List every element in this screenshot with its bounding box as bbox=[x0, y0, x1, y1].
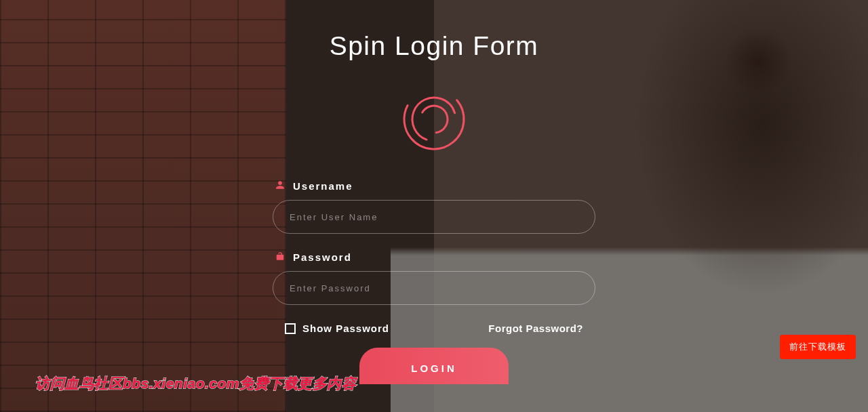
watermark-text: 访问血鸟社区bbs.xieniao.com免费下载更多内容 bbox=[35, 374, 356, 393]
show-password-label: Show Password bbox=[302, 323, 389, 334]
password-input[interactable] bbox=[273, 271, 595, 305]
login-page: Spin Login Form Username Password Show bbox=[0, 0, 868, 412]
page-title: Spin Login Form bbox=[330, 31, 539, 61]
login-form: Username Password Show Password Forgot P… bbox=[273, 180, 595, 384]
svg-point-1 bbox=[406, 91, 462, 147]
login-button[interactable]: LOGIN bbox=[359, 348, 509, 384]
download-template-button[interactable]: 前往下载模板 bbox=[780, 335, 856, 359]
svg-point-2 bbox=[416, 101, 453, 138]
password-label-row: Password bbox=[273, 251, 595, 263]
unlock-icon bbox=[275, 251, 285, 263]
forgot-password-link[interactable]: Forgot Password? bbox=[488, 323, 583, 334]
checkbox-icon[interactable] bbox=[285, 323, 296, 334]
password-label: Password bbox=[293, 251, 352, 263]
username-label-row: Username bbox=[273, 180, 595, 192]
user-icon bbox=[275, 180, 285, 192]
spinner-icon bbox=[400, 85, 468, 153]
options-row: Show Password Forgot Password? bbox=[273, 323, 595, 334]
svg-point-0 bbox=[400, 85, 468, 153]
username-input[interactable] bbox=[273, 200, 595, 234]
username-label: Username bbox=[293, 180, 353, 192]
show-password-toggle[interactable]: Show Password bbox=[285, 323, 389, 334]
